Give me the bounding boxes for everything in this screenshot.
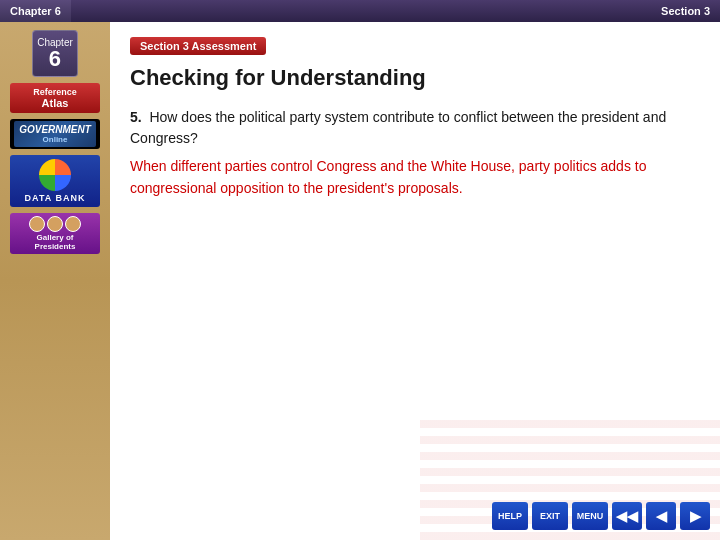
sidebar-item-gallery[interactable]: Gallery of Presidents	[10, 213, 100, 254]
reference-line2: Atlas	[14, 97, 96, 109]
gov-text: GOVERNMENT	[17, 124, 93, 135]
sidebar-chapter-badge: Chapter 6	[32, 30, 78, 77]
sidebar-item-government-online[interactable]: GOVERNMENT Online	[10, 119, 100, 149]
back2-button[interactable]: ◀◀	[612, 502, 642, 530]
main-layout: Chapter 6 Reference Atlas GOVERNMENT Onl…	[0, 22, 720, 540]
back1-button[interactable]: ◀	[646, 502, 676, 530]
sidebar-item-data-bank[interactable]: DATA BANK	[10, 155, 100, 207]
question-number: 5.	[130, 109, 142, 125]
sidebar-item-reference-atlas[interactable]: Reference Atlas	[10, 83, 100, 113]
sidebar: Chapter 6 Reference Atlas GOVERNMENT Onl…	[0, 22, 110, 540]
section-label: Section 3	[661, 5, 710, 17]
section-header: Section 3	[651, 0, 720, 22]
content-area: Section 3 Assessment Checking for Unders…	[110, 22, 720, 540]
gallery-label2: Presidents	[13, 242, 97, 251]
answer-text: When different parties control Congress …	[130, 155, 700, 200]
page-title: Checking for Understanding	[130, 65, 700, 91]
gallery-label1: Gallery of	[13, 233, 97, 242]
face-1	[29, 216, 45, 232]
top-bar: Chapter 6 Section 3	[0, 0, 720, 22]
section-badge: Section 3 Assessment	[130, 37, 266, 55]
exit-button[interactable]: EXIT	[532, 502, 568, 530]
menu-button[interactable]: MENU	[572, 502, 608, 530]
data-bank-icon	[39, 159, 71, 191]
question-body: How does the political party system cont…	[130, 109, 666, 146]
sidebar-chapter-num: 6	[37, 48, 73, 70]
bottom-toolbar: HELP EXIT MENU ◀◀ ◀ ▶	[492, 502, 710, 530]
question-text: 5. How does the political party system c…	[130, 107, 700, 149]
help-button[interactable]: HELP	[492, 502, 528, 530]
gallery-faces	[13, 216, 97, 232]
chapter-header: Chapter 6	[0, 0, 71, 22]
face-2	[47, 216, 63, 232]
gov-sub: Online	[17, 135, 93, 144]
question-block: 5. How does the political party system c…	[130, 107, 700, 200]
chapter-label: Chapter	[10, 5, 52, 17]
forward1-button[interactable]: ▶	[680, 502, 710, 530]
data-bank-label: DATA BANK	[25, 193, 86, 203]
gov-logo: GOVERNMENT Online	[14, 121, 96, 147]
reference-line1: Reference	[14, 87, 96, 97]
face-3	[65, 216, 81, 232]
chapter-num: 6	[55, 5, 61, 17]
